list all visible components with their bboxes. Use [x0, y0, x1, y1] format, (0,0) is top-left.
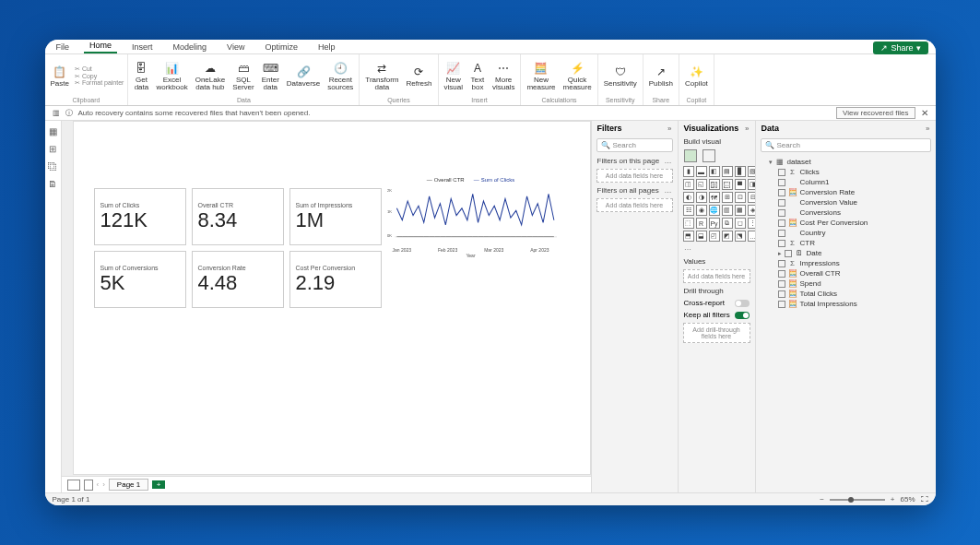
viz-type-icon[interactable]: ◻	[735, 218, 746, 229]
report-view-icon[interactable]: ▦	[49, 126, 57, 136]
share-button[interactable]: ↗ Share ▾	[873, 41, 927, 54]
model-view-icon[interactable]: ⿻	[48, 161, 57, 172]
recent-sources-button[interactable]: 🕘Recentsources	[325, 60, 355, 92]
cut-button[interactable]: ✂ Cut	[75, 65, 124, 73]
viz-type-icon[interactable]: ⬔	[735, 231, 746, 242]
collapse-filters-icon[interactable]: »	[667, 124, 671, 133]
dataset-node[interactable]: ▾▦dataset	[760, 157, 932, 167]
viz-type-icon[interactable]: ◐	[683, 192, 694, 203]
viz-type-icon[interactable]: 🌐	[709, 205, 720, 216]
field-cost-per-conversion[interactable]: 🧮Cost Per Conversion	[760, 218, 932, 228]
viz-type-icon[interactable]: ⬓	[696, 231, 707, 242]
viz-type-icon[interactable]: ⧉	[722, 218, 733, 229]
field-checkbox[interactable]	[778, 209, 785, 217]
copilot-button[interactable]: ✨Copilot	[683, 64, 710, 89]
field-checkbox[interactable]	[778, 260, 785, 267]
add-page-button[interactable]: +	[152, 480, 165, 489]
viz-type-icon[interactable]: ◉	[696, 205, 707, 216]
kpi-card[interactable]: Sum of Impressions1M	[289, 188, 382, 245]
keep-filters-toggle[interactable]	[735, 312, 750, 319]
field-date[interactable]: ▸🗓Date	[760, 248, 932, 258]
drill-through-dropzone[interactable]: Add drill-through fields here	[683, 323, 750, 343]
build-visual-fields-icon[interactable]	[684, 149, 697, 162]
viz-type-icon[interactable]: ◫	[683, 179, 694, 190]
text-box-button[interactable]: ATextbox	[468, 60, 487, 92]
tab-insert[interactable]: Insert	[126, 41, 159, 53]
field-clicks[interactable]: ΣClicks	[760, 167, 932, 177]
viz-type-icon[interactable]: ▥	[722, 205, 733, 216]
viz-type-icon[interactable]: ▊	[735, 166, 746, 177]
field-checkbox[interactable]	[778, 270, 785, 278]
page-tab[interactable]: Page 1	[109, 479, 148, 491]
viz-type-icon[interactable]: ◱	[696, 179, 707, 190]
viz-type-icon[interactable]: ⿲	[709, 179, 720, 190]
transform-data-button[interactable]: ⇄Transformdata	[363, 60, 400, 92]
field-total-impressions[interactable]: 🧮Total Impressions	[760, 299, 932, 309]
kpi-card[interactable]: Sum of Conversions5K	[94, 251, 186, 308]
tab-optimize[interactable]: Optimize	[259, 41, 303, 53]
field-checkbox[interactable]	[778, 189, 785, 196]
field-checkbox[interactable]	[778, 179, 785, 186]
view-recovered-button[interactable]: View recovered files	[836, 107, 915, 119]
field-checkbox[interactable]	[778, 280, 785, 288]
viz-type-icon[interactable]: ⊡	[735, 192, 746, 203]
field-overall-ctr[interactable]: 🧮Overall CTR	[760, 268, 932, 278]
tab-modeling[interactable]: Modeling	[168, 41, 213, 53]
next-page-icon[interactable]: ›	[102, 480, 105, 489]
field-total-clicks[interactable]: 🧮Total Clicks	[760, 289, 932, 299]
field-conversions[interactable]: Conversions	[760, 207, 932, 218]
onelake-data-hub-button[interactable]: ☁OneLakedata hub	[194, 60, 227, 92]
quick-measure-button[interactable]: ⚡Quickmeasure	[561, 60, 594, 92]
desktop-layout-icon[interactable]	[67, 480, 80, 491]
data-view-icon[interactable]: ⊞	[49, 144, 56, 154]
collapse-data-icon[interactable]: »	[926, 124, 929, 133]
collapse-viz-icon[interactable]: »	[745, 124, 749, 133]
field-impressions[interactable]: ΣImpressions	[760, 258, 932, 268]
paste-button[interactable]: 📋Paste	[49, 64, 71, 89]
viz-type-icon[interactable]: ▀	[735, 179, 746, 190]
viz-type-icon[interactable]: ◩	[722, 231, 733, 242]
field-country[interactable]: Country	[760, 228, 932, 238]
copy-button[interactable]: ✂ Copy	[75, 73, 124, 80]
field-checkbox[interactable]	[778, 290, 785, 298]
publish-button[interactable]: ↗Publish	[647, 64, 675, 89]
field-conversion-value[interactable]: Conversion Value	[760, 197, 932, 207]
tab-help[interactable]: Help	[313, 41, 341, 53]
data-search[interactable]: 🔍 Search	[761, 138, 931, 152]
close-info-icon[interactable]: ✕	[921, 108, 928, 118]
tab-view[interactable]: View	[221, 41, 250, 53]
sql-server-button[interactable]: 🗃SQLServer	[230, 60, 256, 92]
mobile-layout-icon[interactable]	[84, 480, 93, 491]
kpi-card[interactable]: Sum of Clicks121K	[94, 188, 186, 245]
viz-type-icon[interactable]: ⬚	[683, 218, 694, 229]
tab-home[interactable]: Home	[84, 40, 117, 53]
zoom-slider[interactable]	[830, 499, 885, 501]
viz-type-icon[interactable]: R	[696, 218, 707, 229]
report-canvas[interactable]: Sum of Clicks121KOverall CTR8.34Sum of I…	[73, 121, 591, 475]
field-checkbox[interactable]	[778, 169, 785, 176]
viz-type-icon[interactable]: ⊞	[722, 192, 733, 203]
field-column1[interactable]: Column1	[760, 177, 932, 187]
field-checkbox[interactable]	[778, 199, 785, 207]
build-visual-format-icon[interactable]	[703, 149, 715, 162]
field-checkbox[interactable]	[778, 219, 785, 227]
excel-workbook-button[interactable]: 📊Excelworkbook	[154, 60, 189, 92]
field-checkbox[interactable]	[778, 301, 785, 308]
viz-type-icon[interactable]: ⿳	[722, 179, 733, 190]
field-checkbox[interactable]	[778, 240, 785, 247]
line-chart[interactable]: Overall CTR Sum of Clicks 2K 1K 0K Jan 2…	[385, 177, 557, 258]
kpi-card[interactable]: Cost Per Conversion2.19	[289, 251, 382, 308]
viz-type-icon[interactable]: ▬	[696, 166, 707, 177]
dataverse-button[interactable]: 🔗Dataverse	[285, 64, 322, 89]
values-dropzone[interactable]: Add data fields here	[683, 269, 750, 283]
filters-page-dropzone[interactable]: Add data fields here	[596, 169, 673, 183]
cross-report-toggle[interactable]	[735, 300, 750, 307]
viz-type-icon[interactable]: ▤	[722, 166, 733, 177]
filters-allpages-dropzone[interactable]: Add data fields here	[596, 198, 673, 212]
viz-type-icon[interactable]: ▮	[683, 166, 694, 177]
kpi-card[interactable]: Overall CTR8.34	[192, 188, 284, 245]
sensitivity-button[interactable]: 🛡Sensitivity	[602, 64, 639, 89]
field-checkbox[interactable]	[778, 230, 785, 237]
new-visual-button[interactable]: 📈Newvisual	[443, 60, 465, 92]
refresh-button[interactable]: ⟳Refresh	[404, 64, 433, 89]
